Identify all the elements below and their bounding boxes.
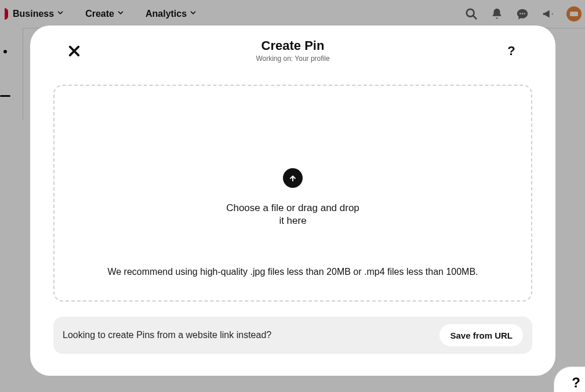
upload-icon: [283, 168, 303, 188]
modal-title: Create Pin: [261, 38, 325, 53]
help-icon: ?: [572, 375, 580, 391]
modal-header: ? Create Pin Working on: Your profile: [53, 26, 532, 63]
help-icon: ?: [507, 43, 515, 59]
dropzone-message: Choose a file or drag and drop it here: [226, 202, 359, 227]
create-pin-modal: ? Create Pin Working on: Your profile Ch…: [30, 26, 555, 376]
modal-subtitle: Working on: Your profile: [256, 55, 329, 63]
dropzone-msg-line2: it here: [279, 215, 306, 226]
upload-dropzone[interactable]: Choose a file or drag and drop it here W…: [53, 85, 532, 302]
dropzone-center: Choose a file or drag and drop it here: [54, 168, 531, 227]
close-icon: [68, 45, 81, 57]
urlbar-prompt: Looking to create Pins from a website li…: [63, 330, 271, 340]
dropzone-msg-line1: Choose a file or drag and drop: [226, 202, 359, 213]
save-from-url-bar: Looking to create Pins from a website li…: [53, 317, 532, 354]
close-button[interactable]: [66, 43, 82, 59]
help-button[interactable]: ?: [503, 43, 519, 59]
dropzone-recommendation: We recommend using high-quality .jpg fil…: [54, 267, 531, 277]
save-from-url-button[interactable]: Save from URL: [439, 324, 523, 346]
